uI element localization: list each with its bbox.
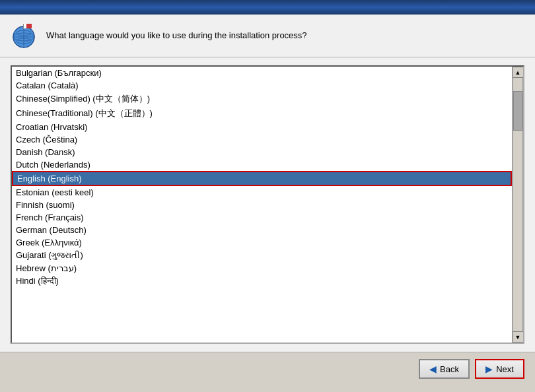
scrollbar[interactable]: ▲ ▼ [512, 67, 523, 343]
language-item-danish[interactable]: Danish (Dansk) [12, 146, 512, 158]
language-item-croatian[interactable]: Croatian (Hrvatski) [12, 121, 512, 133]
scroll-down-button[interactable]: ▼ [513, 331, 524, 343]
footer-section: ◀ Back ▶ Next [0, 352, 535, 385]
language-item-estonian[interactable]: Estonian (eesti keel) [12, 186, 512, 199]
main-content: Bulgarian (Български)Catalan (Català)Chi… [0, 57, 535, 352]
header-section: What language would you like to use duri… [0, 15, 535, 57]
svg-rect-10 [26, 24, 29, 28]
back-icon: ◀ [429, 364, 437, 374]
next-icon: ▶ [485, 364, 493, 374]
language-item-dutch[interactable]: Dutch (Nederlands) [12, 158, 512, 171]
language-item-bulgarian[interactable]: Bulgarian (Български) [12, 67, 512, 79]
language-list-container: Bulgarian (Български)Catalan (Català)Chi… [11, 65, 524, 344]
language-item-czech[interactable]: Czech (Čeština) [12, 133, 512, 146]
language-item-finnish[interactable]: Finnish (suomi) [12, 199, 512, 211]
language-item-chinese-simplified[interactable]: Chinese(Simplified) (中文（简体）) [12, 92, 512, 106]
next-button[interactable]: ▶ Next [475, 359, 524, 379]
back-label: Back [440, 364, 459, 374]
language-item-hindi[interactable]: Hindi (हिन्दी) [12, 275, 512, 288]
back-button[interactable]: ◀ Back [419, 359, 470, 379]
scroll-up-button[interactable]: ▲ [513, 67, 524, 78]
language-item-french[interactable]: French (Français) [12, 211, 512, 224]
language-item-chinese-traditional[interactable]: Chinese(Traditional) (中文（正體）) [12, 106, 512, 121]
language-item-gujarati[interactable]: Gujarati (ગુજરાતી) [12, 249, 512, 262]
scroll-thumb[interactable] [513, 91, 522, 131]
top-banner [0, 0, 535, 15]
globe-icon [11, 22, 37, 49]
language-item-german[interactable]: German (Deutsch) [12, 224, 512, 236]
svg-rect-9 [24, 24, 26, 28]
language-item-catalan[interactable]: Catalan (Català) [12, 79, 512, 92]
language-item-hebrew[interactable]: Hebrew (עברית) [12, 262, 512, 275]
header-question: What language would you like to use duri… [46, 29, 307, 42]
scroll-track [513, 78, 523, 331]
language-item-greek[interactable]: Greek (Ελληνικά) [12, 236, 512, 249]
next-label: Next [496, 364, 514, 374]
language-item-english[interactable]: English (English) [12, 171, 512, 186]
language-list: Bulgarian (Български)Catalan (Català)Chi… [12, 67, 512, 343]
